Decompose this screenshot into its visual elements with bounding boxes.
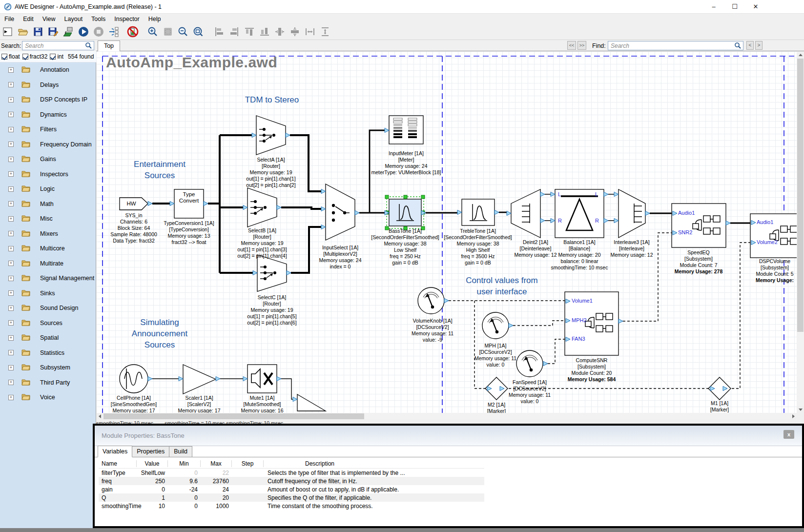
sidebar-item[interactable]: + Signal Management [0, 271, 96, 286]
zoom-in-icon[interactable] [147, 26, 159, 38]
find-back-button[interactable]: < [746, 41, 754, 50]
expand-icon[interactable]: + [8, 157, 14, 162]
tab-variables[interactable]: Variables [98, 446, 132, 457]
expand-icon[interactable]: + [8, 127, 14, 132]
design-canvas[interactable]: AutoAmp_Example.awd TDM to Stereo Entert… [96, 51, 797, 413]
sidebar-item[interactable]: + Statistics [0, 346, 96, 361]
sidebar-item[interactable]: + Sources [0, 316, 96, 331]
expand-icon[interactable]: + [8, 186, 14, 192]
variable-row[interactable]: Q 1 0 20 Specifies the Q of the filter, … [99, 493, 484, 502]
expand-icon[interactable]: + [8, 350, 14, 355]
expand-icon[interactable]: + [8, 67, 14, 73]
expand-icon[interactable]: + [8, 261, 14, 266]
node-basstone-selected[interactable] [385, 195, 425, 230]
checkbox-fract32[interactable] [22, 54, 28, 60]
menu-item[interactable]: Tools [87, 15, 110, 23]
expand-icon[interactable]: + [8, 82, 14, 87]
menu-item[interactable]: Inspector [110, 15, 144, 23]
sidebar-item[interactable]: + Multirate [0, 256, 96, 271]
node-scaler1[interactable] [183, 365, 216, 394]
sidebar-item[interactable]: + Logic [0, 182, 96, 197]
connect-target-icon[interactable] [62, 26, 74, 38]
sidebar-item[interactable]: + Mixers [0, 226, 96, 242]
sidebar-item[interactable]: + Spatial [0, 330, 96, 346]
sidebar-item[interactable]: + Annotation [0, 62, 96, 78]
variable-row[interactable]: smoothingTime 10 0 1000 Time constant of… [99, 502, 484, 510]
node-volumeknob[interactable] [418, 287, 444, 314]
expand-icon[interactable]: + [8, 395, 14, 400]
checkbox-int[interactable] [50, 54, 56, 60]
expand-icon[interactable]: + [8, 216, 14, 222]
vertical-scroll-thumb[interactable] [797, 59, 804, 332]
module-search-input[interactable]: Search [22, 41, 94, 50]
scroll-left-icon[interactable] [96, 413, 103, 420]
expand-icon[interactable]: + [8, 231, 14, 236]
expand-icon[interactable]: + [8, 97, 14, 102]
node-mph[interactable] [482, 312, 509, 339]
sidebar-item[interactable]: + Delays [0, 78, 96, 93]
sidebar-item[interactable]: + Subsystem [0, 360, 96, 375]
expand-icon[interactable]: + [8, 276, 14, 281]
sidebar-item[interactable]: + Math [0, 197, 96, 212]
sidebar-item[interactable]: + Voice [0, 390, 96, 405]
zoom-selection-icon[interactable] [162, 26, 174, 38]
expand-icon[interactable]: + [8, 246, 14, 251]
find-next-button[interactable]: >> [577, 41, 586, 50]
expand-icon[interactable]: + [8, 306, 14, 311]
node-interleave3[interactable] [618, 189, 645, 238]
sidebar-item[interactable]: + DSP Concepts IP [0, 92, 96, 107]
tab-properties[interactable]: Properties [132, 446, 169, 457]
sidebar-item[interactable]: + Inspectors [0, 167, 96, 182]
tab-top[interactable]: Top [98, 41, 120, 51]
checkbox-float[interactable] [1, 54, 7, 60]
zoom-window-icon[interactable] [192, 26, 204, 38]
maximize-button[interactable]: ☐ [727, 2, 742, 12]
sidebar-item[interactable]: + Misc [0, 211, 96, 226]
variable-row[interactable]: filterType ShelfLow 0 22 Selects the typ… [99, 469, 484, 477]
scroll-up-icon[interactable] [797, 51, 804, 58]
expand-icon[interactable]: + [8, 112, 14, 117]
expand-icon[interactable]: + [8, 171, 14, 177]
node-cellphone[interactable] [120, 365, 148, 393]
panel-close-button[interactable]: x [783, 430, 794, 439]
play-icon[interactable] [78, 26, 89, 38]
menu-item[interactable]: Help [144, 15, 165, 23]
minimize-button[interactable]: – [706, 2, 721, 12]
node-mute1[interactable] [247, 365, 277, 393]
stop-icon[interactable] [93, 26, 104, 38]
horizontal-scrollbar[interactable] [96, 413, 797, 420]
save-as-icon[interactable] [47, 26, 59, 38]
sidebar-item[interactable]: + Multicore [0, 241, 96, 256]
expand-icon[interactable]: + [8, 380, 14, 385]
node-selectb[interactable] [247, 188, 277, 227]
profile-disabled-icon[interactable] [127, 26, 139, 38]
menu-item[interactable]: Layout [60, 15, 87, 23]
vertical-scrollbar[interactable] [797, 51, 804, 413]
find-prev-button[interactable]: << [567, 41, 576, 50]
node-inputmeter[interactable] [389, 116, 423, 144]
menu-item[interactable]: File [0, 15, 19, 23]
expand-icon[interactable]: + [8, 365, 14, 370]
tab-build[interactable]: Build [169, 446, 192, 457]
sidebar-item[interactable]: + Dynamics [0, 107, 96, 123]
propagate-changes-icon[interactable] [108, 26, 120, 38]
menu-item[interactable]: View [38, 15, 60, 23]
save-icon[interactable] [32, 26, 44, 38]
expand-icon[interactable]: + [8, 142, 14, 147]
expand-icon[interactable]: + [8, 290, 14, 296]
panel-title-bar[interactable]: Module Properties: BassTone x [95, 426, 802, 446]
expand-icon[interactable]: + [8, 320, 14, 326]
new-icon[interactable] [2, 26, 14, 38]
find-input[interactable]: Search [608, 41, 743, 50]
sidebar-item[interactable]: + Frequency Domain [0, 137, 96, 152]
expand-icon[interactable]: + [8, 335, 14, 341]
node-selecta[interactable] [256, 116, 286, 155]
sidebar-item[interactable]: + Sinks [0, 286, 96, 301]
node-trebletone[interactable] [462, 199, 495, 225]
variable-row[interactable]: freq 250 9.6 23760 Cutoff frequency of t… [99, 477, 484, 485]
scroll-right-icon[interactable] [790, 413, 797, 420]
open-icon[interactable] [17, 26, 29, 38]
find-forward-button[interactable]: > [755, 41, 763, 50]
node-selectc[interactable] [257, 255, 287, 291]
scroll-down-icon[interactable] [797, 406, 804, 413]
